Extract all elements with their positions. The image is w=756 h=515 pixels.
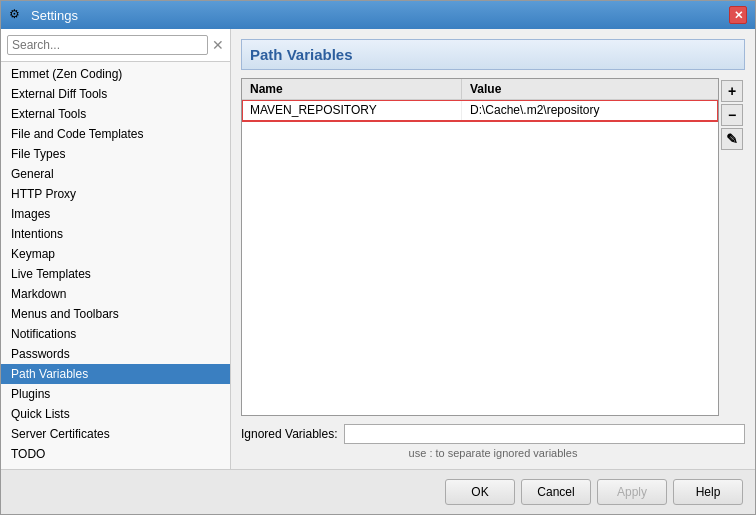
sidebar-list: Emmet (Zen Coding)External Diff ToolsExt… (1, 62, 230, 469)
sidebar-item-emmet-(zen-coding)[interactable]: Emmet (Zen Coding) (1, 64, 230, 84)
table-wrapper: Name Value MAVEN_REPOSITORYD:\Cache\.m2\… (241, 78, 719, 416)
sidebar-item-intentions[interactable]: Intentions (1, 224, 230, 244)
sidebar-item-plugins[interactable]: Plugins (1, 384, 230, 404)
ignored-variables-label: Ignored Variables: (241, 427, 338, 441)
sidebar-item-file-types[interactable]: File Types (1, 144, 230, 164)
ignored-variables-input[interactable] (344, 424, 745, 444)
sidebar-item-keymap[interactable]: Keymap (1, 244, 230, 264)
help-button[interactable]: Help (673, 479, 743, 505)
sidebar-item-menus-and-toolbars[interactable]: Menus and Toolbars (1, 304, 230, 324)
edit-variable-button[interactable]: ✎ (721, 128, 743, 150)
ignored-vars-row: Ignored Variables: (241, 424, 745, 444)
content-area: ✕ Emmet (Zen Coding)External Diff ToolsE… (1, 29, 755, 469)
sidebar-item-images[interactable]: Images (1, 204, 230, 224)
ignored-variables-section: Ignored Variables: use : to separate ign… (241, 424, 745, 459)
sidebar-item-general[interactable]: General (1, 164, 230, 184)
main-panel: Path Variables Name Value MAVEN_REPOSITO… (231, 29, 755, 469)
path-variables-container: Name Value MAVEN_REPOSITORYD:\Cache\.m2\… (241, 78, 745, 459)
sidebar-search-area: ✕ (1, 29, 230, 62)
footer: OK Cancel Apply Help (1, 469, 755, 514)
remove-variable-button[interactable]: − (721, 104, 743, 126)
window-icon: ⚙ (9, 7, 25, 23)
title-bar-left: ⚙ Settings (9, 7, 78, 23)
table-header: Name Value (242, 79, 718, 100)
sidebar-item-file-and-code-templates[interactable]: File and Code Templates (1, 124, 230, 144)
window-title: Settings (31, 8, 78, 23)
sidebar-item-todo[interactable]: TODO (1, 444, 230, 464)
table-row[interactable]: MAVEN_REPOSITORYD:\Cache\.m2\repository (242, 100, 718, 121)
sidebar-item-external-diff-tools[interactable]: External Diff Tools (1, 84, 230, 104)
search-clear-icon[interactable]: ✕ (212, 37, 224, 53)
table-area: Name Value MAVEN_REPOSITORYD:\Cache\.m2\… (241, 78, 719, 416)
title-bar: ⚙ Settings ✕ (1, 1, 755, 29)
col-header-name: Name (242, 79, 462, 99)
sidebar-item-external-tools[interactable]: External Tools (1, 104, 230, 124)
add-variable-button[interactable]: + (721, 80, 743, 102)
sidebar-item-live-templates[interactable]: Live Templates (1, 264, 230, 284)
col-header-value: Value (462, 79, 718, 99)
table-cell-value: D:\Cache\.m2\repository (462, 100, 718, 120)
sidebar-item-notifications[interactable]: Notifications (1, 324, 230, 344)
table-cell-name: MAVEN_REPOSITORY (242, 100, 462, 120)
side-buttons: + − ✎ (719, 78, 745, 416)
ignored-variables-hint: use : to separate ignored variables (241, 447, 745, 459)
sidebar-item-server-certificates[interactable]: Server Certificates (1, 424, 230, 444)
sidebar-item-passwords[interactable]: Passwords (1, 344, 230, 364)
settings-window: ⚙ Settings ✕ ✕ Emmet (Zen Coding)Externa… (0, 0, 756, 515)
panel-title: Path Variables (241, 39, 745, 70)
sidebar-item-quick-lists[interactable]: Quick Lists (1, 404, 230, 424)
cancel-button[interactable]: Cancel (521, 479, 591, 505)
sidebar-item-path-variables[interactable]: Path Variables (1, 364, 230, 384)
table-with-buttons: Name Value MAVEN_REPOSITORYD:\Cache\.m2\… (241, 78, 745, 416)
sidebar-item-http-proxy[interactable]: HTTP Proxy (1, 184, 230, 204)
sidebar-item-markdown[interactable]: Markdown (1, 284, 230, 304)
table-body: MAVEN_REPOSITORYD:\Cache\.m2\repository (242, 100, 718, 415)
sidebar-search-input[interactable] (7, 35, 208, 55)
sidebar: ✕ Emmet (Zen Coding)External Diff ToolsE… (1, 29, 231, 469)
close-button[interactable]: ✕ (729, 6, 747, 24)
apply-button[interactable]: Apply (597, 479, 667, 505)
ok-button[interactable]: OK (445, 479, 515, 505)
